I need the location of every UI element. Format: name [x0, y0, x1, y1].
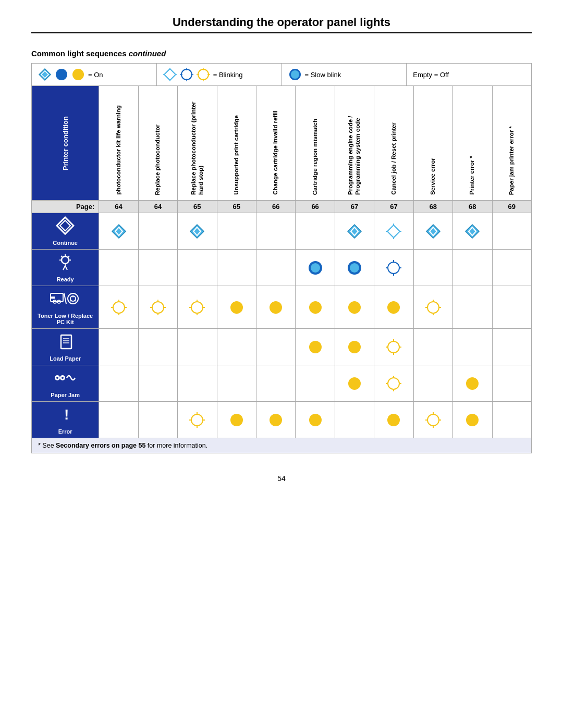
svg-line-46 — [65, 266, 67, 270]
legend-empty: Empty = Off — [407, 67, 531, 83]
svg-point-123 — [427, 414, 439, 426]
svg-line-60 — [64, 293, 66, 304]
svg-point-81 — [230, 301, 243, 314]
col-header-5: Change cartridge invalid refill — [256, 86, 295, 201]
svg-rect-91 — [61, 335, 71, 349]
cell-ready-1 — [99, 250, 138, 286]
condition-name-toner: Toner Low / Replace PC Kit — [34, 313, 96, 325]
cell-ready-10 — [453, 250, 492, 286]
condition-icon-toner — [50, 289, 81, 311]
page-row: Page: 64 64 65 65 66 66 67 67 68 68 69 — [32, 201, 532, 213]
svg-point-50 — [350, 263, 359, 273]
legend-slow-blink: = Slow blink — [282, 64, 407, 85]
svg-point-2 — [56, 69, 67, 80]
page-11: 69 — [492, 201, 531, 213]
svg-marker-29 — [387, 225, 400, 238]
svg-line-43 — [61, 256, 63, 257]
svg-point-76 — [191, 302, 203, 313]
cell-load_paper-5 — [256, 329, 295, 365]
row-ready: Ready — [32, 250, 532, 286]
cell-paper_jam-7 — [335, 365, 374, 402]
condition-continue: Continue — [32, 213, 99, 250]
cell-toner-6 — [296, 286, 335, 329]
cell-toner-11 — [492, 286, 531, 329]
cell-error-11 — [492, 402, 531, 438]
cell-continue-6 — [296, 213, 335, 250]
svg-point-61 — [68, 293, 78, 304]
page-8: 67 — [374, 201, 413, 213]
cell-toner-1 — [99, 286, 138, 329]
page-title: Understanding the operator panel lights — [31, 16, 532, 33]
condition-name-paper_jam: Paper Jam — [51, 392, 80, 398]
cell-paper_jam-3 — [178, 365, 217, 402]
svg-point-112 — [466, 377, 479, 390]
section-heading: Common light sequences continued — [31, 49, 532, 58]
cell-ready-7 — [335, 250, 374, 286]
cell-continue-10 — [453, 213, 492, 250]
col-header-9: Service error — [413, 86, 452, 201]
main-table: Printer condition photoconductor kit lif… — [31, 85, 532, 438]
svg-point-84 — [348, 301, 361, 314]
col-header-11: Paper jam printer error * — [492, 86, 531, 201]
cell-load_paper-10 — [453, 329, 492, 365]
cell-error-7 — [335, 402, 374, 438]
svg-point-106 — [348, 377, 361, 390]
svg-point-103 — [56, 377, 58, 379]
col-header-2: Replace photoconductor — [138, 86, 177, 201]
page-6: 66 — [296, 201, 335, 213]
cell-ready-5 — [256, 250, 295, 286]
row-toner: Toner Low / Replace PC Kit — [32, 286, 532, 329]
svg-point-107 — [388, 378, 399, 389]
cell-paper_jam-1 — [99, 365, 138, 402]
cell-error-4 — [217, 402, 256, 438]
row-error: ! Error — [32, 402, 532, 438]
legend-blink-yellow-icon — [197, 68, 210, 81]
svg-point-48 — [311, 263, 320, 273]
cell-continue-7 — [335, 213, 374, 250]
svg-point-20 — [291, 70, 299, 79]
page-label: Page: — [32, 201, 99, 213]
cell-continue-1 — [99, 213, 138, 250]
svg-point-86 — [427, 302, 439, 313]
svg-point-65 — [70, 300, 72, 302]
cell-continue-3 — [178, 213, 217, 250]
cell-paper_jam-5 — [256, 365, 295, 402]
page-3: 65 — [178, 201, 217, 213]
legend-row: = On = Blinking — [31, 63, 532, 85]
condition-name-load_paper: Load Paper — [50, 355, 81, 362]
legend-on-yellow-icon — [71, 68, 85, 81]
condition-icon-paper_jam — [52, 368, 78, 390]
cell-toner-7 — [335, 286, 374, 329]
svg-point-120 — [270, 414, 282, 426]
svg-line-45 — [63, 266, 65, 270]
page-4: 65 — [217, 201, 256, 213]
row-continue: Continue — [32, 213, 532, 250]
svg-point-122 — [387, 414, 400, 426]
legend-on-green-icon — [38, 68, 52, 81]
cell-ready-3 — [178, 250, 217, 286]
svg-point-105 — [62, 377, 64, 379]
svg-point-119 — [230, 414, 243, 426]
cell-error-8 — [374, 402, 413, 438]
cell-paper_jam-11 — [492, 365, 531, 402]
svg-point-96 — [348, 341, 361, 353]
svg-point-82 — [270, 301, 282, 314]
cell-toner-4 — [217, 286, 256, 329]
svg-rect-57 — [51, 297, 55, 299]
row-paper_jam: Paper Jam — [32, 365, 532, 402]
footer-note: * See Secondary errors on page 55 for mo… — [31, 438, 532, 453]
cell-load_paper-1 — [99, 329, 138, 365]
header-row: Printer condition photoconductor kit lif… — [32, 86, 532, 201]
condition-toner: Toner Low / Replace PC Kit — [32, 286, 99, 329]
legend-blinking: = Blinking — [157, 64, 282, 85]
cell-toner-3 — [178, 286, 217, 329]
cell-toner-9 — [413, 286, 452, 329]
svg-point-64 — [75, 300, 76, 302]
cell-paper_jam-10 — [453, 365, 492, 402]
cell-continue-11 — [492, 213, 531, 250]
page-2: 64 — [138, 201, 177, 213]
svg-point-128 — [466, 414, 479, 426]
legend-on: = On — [32, 64, 157, 85]
legend-blink-green-icon — [163, 68, 177, 81]
row-load_paper: Load Paper — [32, 329, 532, 365]
